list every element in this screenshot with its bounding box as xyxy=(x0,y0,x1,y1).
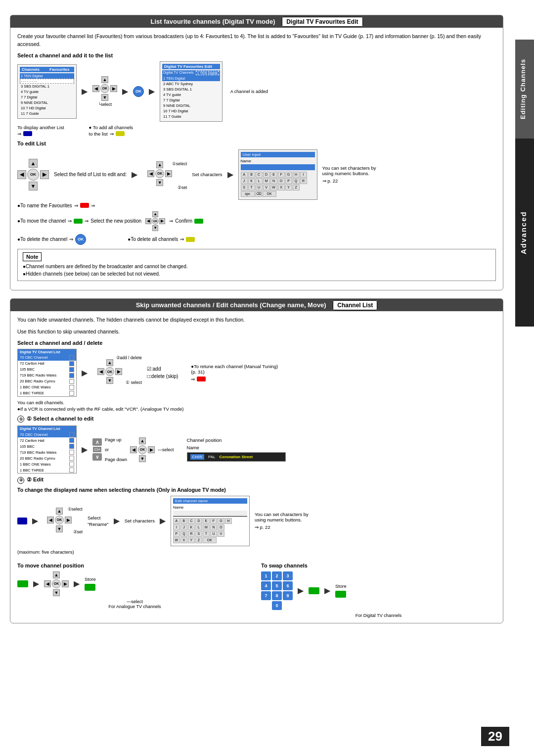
ekey-Z[interactable]: Z xyxy=(195,537,202,543)
ch-up-arrow[interactable]: ∧ xyxy=(92,438,102,446)
key-E[interactable]: E xyxy=(270,172,277,178)
num-1[interactable]: 1 xyxy=(261,571,271,580)
ekey-O[interactable]: O xyxy=(218,524,224,530)
key-A[interactable]: A xyxy=(241,172,248,178)
ekey-Q[interactable]: Q xyxy=(180,531,187,537)
red-btn-1[interactable] xyxy=(80,203,89,208)
dpad-large-up[interactable]: ▲ xyxy=(29,159,38,168)
ekey-S[interactable]: S xyxy=(195,531,202,537)
green-btn-3[interactable] xyxy=(17,580,28,587)
dpad-large-left[interactable]: ◀ xyxy=(17,170,26,179)
dpad6-right[interactable]: ▶ xyxy=(62,580,69,587)
num-3[interactable]: 3 xyxy=(283,571,293,580)
ekey-G[interactable]: G xyxy=(218,518,224,524)
ekey-V[interactable]: V xyxy=(218,531,224,537)
green-btn-2[interactable] xyxy=(194,219,203,224)
dpad5-center[interactable]: OK xyxy=(55,516,64,524)
dpad-right-1[interactable]: ▶ xyxy=(110,85,117,92)
ekey-T[interactable]: T xyxy=(203,531,210,537)
key-O[interactable]: O xyxy=(278,178,285,184)
ekey-L[interactable]: L xyxy=(195,524,202,530)
key-P[interactable]: P xyxy=(285,178,292,184)
ekey-R[interactable]: R xyxy=(188,531,195,537)
dpad4-right[interactable]: ▶ xyxy=(148,446,155,453)
dpad-large-right[interactable]: ▶ xyxy=(40,170,49,179)
key-F[interactable]: F xyxy=(278,172,285,178)
dpad5-down[interactable]: ▼ xyxy=(56,525,63,532)
dpad4-center[interactable]: OK xyxy=(138,445,147,454)
dpad-move-right[interactable]: ▶ xyxy=(159,218,165,224)
dpad5-up[interactable]: ▲ xyxy=(56,508,63,515)
key-M[interactable]: M xyxy=(263,178,270,184)
ekey-ok[interactable]: OK xyxy=(203,537,217,543)
blue-btn-2[interactable] xyxy=(17,518,27,524)
key-J[interactable]: J xyxy=(241,178,248,184)
red-btn-2[interactable] xyxy=(197,377,206,381)
num-7[interactable]: 7 xyxy=(261,591,271,600)
key-W[interactable]: W xyxy=(270,185,277,190)
ekey-H[interactable]: H xyxy=(225,518,232,524)
key-X[interactable]: X xyxy=(278,185,285,190)
green-btn-5[interactable] xyxy=(309,587,319,594)
dpad3-left[interactable]: ◀ xyxy=(97,368,104,375)
ekey-I[interactable]: I xyxy=(173,524,180,530)
ekey-K[interactable]: K xyxy=(188,524,195,530)
key-Q[interactable]: Q xyxy=(293,178,300,184)
dpad4-left[interactable]: ◀ xyxy=(130,446,137,453)
key-N[interactable]: N xyxy=(270,178,277,184)
key-Y[interactable]: Y xyxy=(285,185,292,190)
green-btn-4[interactable] xyxy=(85,584,95,591)
dpad5-right[interactable]: ▶ xyxy=(65,517,72,523)
dpad2-down[interactable]: ▼ xyxy=(156,179,163,186)
ekey-D[interactable]: D xyxy=(195,518,202,524)
ekey-F[interactable]: F xyxy=(210,518,217,524)
ok-btn-1[interactable]: OK xyxy=(133,86,144,97)
ekey-E[interactable]: E xyxy=(203,518,210,524)
dpad3-up[interactable]: ▲ xyxy=(106,359,113,366)
ekey-N[interactable]: N xyxy=(210,524,217,530)
key-space[interactable]: spc xyxy=(241,191,255,197)
key-del[interactable]: ⌫ xyxy=(255,191,262,197)
ekey-U[interactable]: U xyxy=(210,531,217,537)
key-done[interactable]: OK xyxy=(263,191,276,197)
key-T[interactable]: T xyxy=(248,185,255,190)
key-K[interactable]: K xyxy=(248,178,255,184)
dpad6-up[interactable]: ▲ xyxy=(53,571,60,578)
dpad-move-down[interactable]: ▼ xyxy=(152,225,158,231)
dpad-large-center[interactable]: OK xyxy=(27,169,39,181)
dpad2-up[interactable]: ▲ xyxy=(156,161,163,168)
blue-btn-1[interactable] xyxy=(23,131,32,136)
dpad4-up[interactable]: ▲ xyxy=(139,437,146,444)
key-S[interactable]: S xyxy=(241,185,248,190)
num-9[interactable]: 9 xyxy=(283,591,293,600)
key-U[interactable]: U xyxy=(256,185,263,190)
ch-down-arrow[interactable]: ∨ xyxy=(92,453,102,461)
ekey-B[interactable]: B xyxy=(180,518,187,524)
key-V[interactable]: V xyxy=(263,185,270,190)
num-4[interactable]: 4 xyxy=(261,581,271,590)
ekey-P[interactable]: P xyxy=(173,531,180,537)
dpad-left-1[interactable]: ◀ xyxy=(92,85,99,92)
ekey-C[interactable]: C xyxy=(188,518,195,524)
dpad-down-1[interactable]: ▼ xyxy=(101,94,108,101)
key-L[interactable]: L xyxy=(256,178,263,184)
green-btn-1[interactable] xyxy=(74,219,83,224)
edit-name-input[interactable] xyxy=(173,511,247,517)
key-G[interactable]: G xyxy=(285,172,292,178)
dpad6-down[interactable]: ▼ xyxy=(53,589,60,596)
num-0[interactable]: 0 xyxy=(272,601,282,610)
dpad-move-up[interactable]: ▲ xyxy=(152,211,158,217)
ekey-J[interactable]: J xyxy=(180,524,187,530)
dpad6-center[interactable]: OK xyxy=(52,579,61,588)
dpad-center-ok-1[interactable]: OK xyxy=(100,84,109,93)
key-I[interactable]: I xyxy=(300,172,307,178)
ok-btn-delete[interactable]: OK xyxy=(75,234,86,245)
key-Z[interactable]: Z xyxy=(293,185,300,190)
num-8[interactable]: 8 xyxy=(272,591,282,600)
dpad-large-down[interactable]: ▼ xyxy=(29,182,38,190)
dpad-up-1[interactable]: ▲ xyxy=(101,76,108,83)
ekey-X[interactable]: X xyxy=(180,537,187,543)
yellow-btn-1[interactable] xyxy=(116,131,125,136)
key-H[interactable]: H xyxy=(293,172,300,178)
dpad2-right[interactable]: ▶ xyxy=(165,170,172,177)
